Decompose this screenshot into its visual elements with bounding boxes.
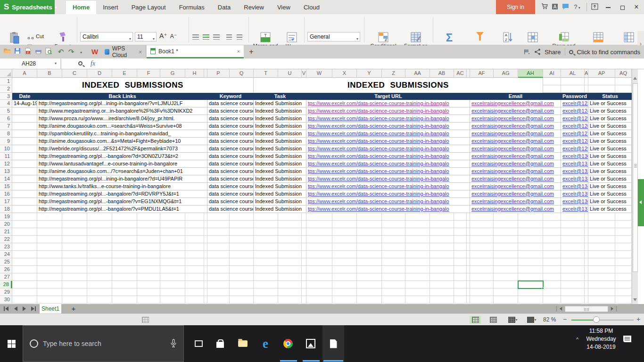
undo-icon[interactable]: ↶	[57, 48, 65, 56]
cell-status-row14[interactable]: Live or Success	[588, 175, 632, 183]
row-header-11[interactable]: 11	[0, 153, 12, 160]
cell-date-row18[interactable]	[12, 206, 37, 213]
cell[interactable]	[357, 228, 382, 236]
cell[interactable]	[137, 273, 160, 281]
row-header-10[interactable]: 10	[0, 145, 12, 153]
next-sheet-icon[interactable]	[23, 306, 26, 311]
cell[interactable]	[137, 221, 160, 228]
cell[interactable]	[357, 266, 382, 273]
cell[interactable]	[585, 281, 588, 288]
cell-password-row6[interactable]: excelr@125	[561, 115, 588, 123]
cell-date-row6[interactable]	[12, 115, 37, 123]
cell[interactable]	[615, 266, 632, 273]
cell-status-row9[interactable]: Live or Success	[588, 138, 632, 145]
cell[interactable]	[585, 228, 588, 236]
cell[interactable]	[12, 266, 37, 273]
cell[interactable]	[204, 288, 207, 296]
cell[interactable]	[518, 228, 543, 236]
cell-status-row15[interactable]: Live or Success	[588, 183, 632, 190]
cell-back_link-row12[interactable]: http://www.lantusadvantagef...e-course-t…	[37, 160, 207, 168]
cell[interactable]	[454, 228, 467, 236]
font-name-select[interactable]: Calibri▾	[80, 32, 133, 41]
cell[interactable]	[87, 243, 112, 251]
cell[interactable]	[137, 258, 160, 266]
cell[interactable]	[467, 236, 470, 243]
cell[interactable]	[585, 221, 588, 228]
cell[interactable]	[588, 281, 615, 288]
cell[interactable]	[87, 228, 112, 236]
cell[interactable]	[87, 213, 112, 221]
cell-email-row4[interactable]: excelrraisingexcellence@gmail.com	[470, 100, 561, 107]
cell[interactable]	[382, 213, 405, 221]
cell[interactable]	[585, 251, 588, 258]
cell[interactable]	[561, 213, 585, 221]
start-button[interactable]	[0, 325, 23, 362]
cell[interactable]	[302, 281, 306, 288]
row-header-20[interactable]: 20	[0, 221, 12, 228]
cell[interactable]	[278, 251, 302, 258]
cell[interactable]	[454, 236, 467, 243]
cell[interactable]	[302, 288, 306, 296]
cell[interactable]	[204, 236, 207, 243]
cell-target_url-row11[interactable]: tps://www.excelr.com/data-science-course…	[306, 153, 470, 160]
tab-book1[interactable]: Book1 * ×	[147, 45, 244, 58]
cell[interactable]	[467, 273, 470, 281]
column-header-U[interactable]: U	[278, 69, 302, 78]
cell-password-row4[interactable]: excelr@123	[561, 100, 588, 107]
cell[interactable]	[543, 296, 561, 304]
cell-password-row18[interactable]: excelr@137	[561, 206, 588, 213]
cell[interactable]	[405, 288, 430, 296]
cell-back_link-row16[interactable]: http://megastreaming.org/pl...-bangalore…	[37, 190, 207, 198]
cell[interactable]	[405, 273, 430, 281]
cell-email-row13[interactable]: excelrraisingexcellence@gmail.com	[470, 168, 561, 175]
cell[interactable]	[561, 78, 585, 85]
zoom-slider-knob[interactable]	[593, 316, 600, 323]
cell-password-row5[interactable]: excelr@124	[561, 107, 588, 115]
cut-button[interactable]: Cut	[27, 33, 44, 39]
cell[interactable]	[494, 236, 518, 243]
close-tab-icon[interactable]: ×	[237, 49, 240, 54]
cell[interactable]	[518, 266, 543, 273]
cell[interactable]	[382, 258, 405, 266]
cell-task-row14[interactable]: Indexed Submission	[254, 175, 306, 183]
cell[interactable]	[62, 228, 87, 236]
cell[interactable]	[62, 296, 87, 304]
cell[interactable]	[112, 251, 137, 258]
cell[interactable]	[37, 221, 62, 228]
cell-target_url-row9[interactable]: tps://www.excelr.com/data-science-course…	[306, 138, 470, 145]
cell[interactable]	[543, 221, 561, 228]
cell[interactable]	[494, 258, 518, 266]
cell[interactable]	[306, 243, 332, 251]
row-header-14[interactable]: 14	[0, 175, 12, 183]
cell[interactable]	[112, 228, 137, 236]
taskbar-store-button[interactable]	[209, 325, 231, 362]
cell-email-row8[interactable]: excelrraisingexcellence@gmail.com	[470, 130, 561, 138]
minimize-button[interactable]	[602, 0, 615, 14]
cell[interactable]	[12, 243, 37, 251]
cell[interactable]	[494, 288, 518, 296]
cell[interactable]	[467, 258, 470, 266]
cell[interactable]	[185, 236, 204, 243]
cell[interactable]	[278, 236, 302, 243]
cell[interactable]	[37, 266, 62, 273]
close-tab-icon[interactable]: ×	[139, 49, 142, 55]
cell[interactable]	[254, 296, 278, 304]
cell[interactable]	[470, 288, 494, 296]
cell[interactable]	[87, 236, 112, 243]
cell[interactable]	[585, 236, 588, 243]
flag-icon[interactable]	[524, 49, 530, 55]
cell-back_link-row8[interactable]: http://spamblockerutility.c...training-i…	[37, 130, 207, 138]
column-header-P[interactable]: P	[207, 69, 230, 78]
cell[interactable]	[332, 251, 357, 258]
cell[interactable]	[588, 213, 615, 221]
cell-email-row7[interactable]: excelrraisingexcellence@gmail.com	[470, 123, 561, 130]
cell[interactable]	[585, 243, 588, 251]
cell[interactable]	[615, 281, 632, 288]
cell[interactable]	[207, 228, 230, 236]
cell[interactable]	[204, 228, 207, 236]
cell-keyword-row4[interactable]: data science course	[207, 100, 254, 107]
cell[interactable]	[585, 78, 588, 85]
cell-back_link-row11[interactable]: http://megastreaming.org/pl...-bangalore…	[37, 153, 207, 160]
microphone-icon[interactable]	[170, 339, 177, 348]
cell[interactable]	[470, 281, 494, 288]
